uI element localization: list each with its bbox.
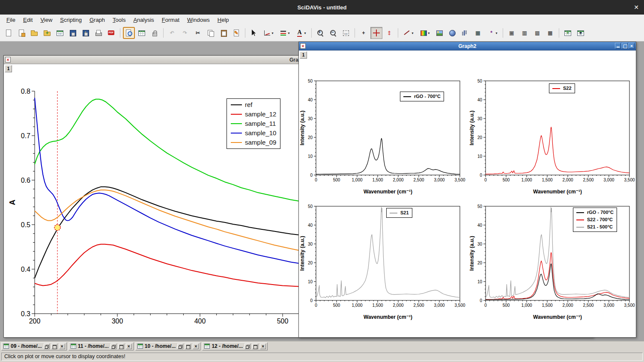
new-project-button[interactable] <box>3 27 15 39</box>
tab-close-button[interactable] <box>260 344 266 349</box>
lock-button[interactable] <box>149 27 161 39</box>
plot3d-button[interactable] <box>446 27 458 39</box>
raman-plot-rgo700[interactable]: 05001,0001,5002,0002,5003,0003,500010203… <box>299 68 466 196</box>
cut-button[interactable]: ✂ <box>192 27 204 39</box>
raman-chart-s21[interactable]: 05001,0001,5002,0002,5003,0003,500010203… <box>299 193 466 321</box>
rescale-button[interactable]: ↔ <box>340 27 352 39</box>
draw-line-dropdown[interactable]: ▾ <box>401 27 416 39</box>
glyph-overlay: ▥ <box>521 29 528 37</box>
raman-chart-s22[interactable]: 05001,0001,5002,0002,5003,0003,500010203… <box>468 68 635 196</box>
window-tab-1[interactable]: 11 - /home/... <box>69 342 134 350</box>
paste-button[interactable] <box>218 27 230 39</box>
graph2-window[interactable]: Graph2 1 05001,0001,5002,0002,5003,0003,… <box>298 42 636 338</box>
tab-restore-button[interactable] <box>110 344 116 349</box>
zoom-out-button[interactable]: − <box>327 27 339 39</box>
menu-scripting[interactable]: Scripting <box>56 16 86 24</box>
tab-close-button[interactable] <box>126 344 132 349</box>
fit-tool-button[interactable]: ▣ <box>506 27 518 39</box>
svg-text:2,000: 2,000 <box>393 303 403 308</box>
series-S21 <box>316 207 460 298</box>
tab-close-button[interactable] <box>193 344 199 349</box>
histogram-button[interactable] <box>459 27 471 39</box>
tab-restore-button[interactable] <box>244 344 250 349</box>
plugin-button[interactable]: ▥ <box>519 27 531 39</box>
menu-view[interactable]: View <box>36 16 56 24</box>
graph2-layer-button[interactable]: 1 <box>300 51 307 59</box>
style-wand-dropdown[interactable]: *▾ <box>485 27 500 39</box>
svg-text:1,000: 1,000 <box>352 303 362 308</box>
tab-maximize-button[interactable] <box>252 344 258 349</box>
tab-maximize-button[interactable] <box>51 344 57 349</box>
raman-plot-s21[interactable]: 05001,0001,5002,0002,5003,0003,500010203… <box>299 193 466 321</box>
app-close-button[interactable]: ✕ <box>634 4 639 11</box>
menu-format[interactable]: Format <box>158 16 183 24</box>
window-tab-2[interactable]: 10 - /home/... <box>135 342 201 350</box>
copy-button[interactable] <box>205 27 217 39</box>
redo-button[interactable]: ↷ <box>179 27 191 39</box>
tab-restore-button[interactable] <box>44 344 50 349</box>
toolbar-separator <box>311 28 312 38</box>
close-window-button[interactable] <box>629 43 635 49</box>
tab-maximize-button[interactable] <box>185 344 191 349</box>
add-column-button[interactable]: + <box>562 27 574 39</box>
legend-label: ref <box>245 101 253 109</box>
svg-text:50: 50 <box>308 204 313 209</box>
svg-text:0.6: 0.6 <box>21 177 30 184</box>
menu-graph[interactable]: Graph <box>86 16 109 24</box>
select-range-button[interactable]: ‡ <box>383 27 395 39</box>
layout-button[interactable]: ▦ <box>472 27 484 39</box>
new-table-button[interactable] <box>136 27 148 39</box>
curve-placement-dropdown[interactable]: ▾ <box>261 27 276 39</box>
legend-entry: S22 <box>552 85 572 92</box>
preferences-button[interactable]: ▩ <box>544 27 556 39</box>
tab-restore-button[interactable] <box>177 344 183 349</box>
legend-label: rGO - 700°C <box>587 209 614 216</box>
dropdown-arrow-icon: ▾ <box>495 31 497 35</box>
legend-entry: sample_10 <box>231 129 276 137</box>
save-template-button[interactable]: + <box>80 27 92 39</box>
new-note-button[interactable] <box>15 27 27 39</box>
color-map-dropdown[interactable]: ▾ <box>417 27 432 39</box>
import-ascii-button[interactable]: → <box>54 27 66 39</box>
graph2-titlebar[interactable]: Graph2 <box>299 42 636 50</box>
pointer-button[interactable] <box>248 27 260 39</box>
zoom-in-button[interactable]: + <box>314 27 326 39</box>
menu-help[interactable]: Help <box>214 16 233 24</box>
series-S22 <box>486 127 629 174</box>
console-button[interactable]: ▨ <box>531 27 543 39</box>
raman-chart-rgo700[interactable]: 05001,0001,5002,0002,5003,0003,500010203… <box>299 68 466 196</box>
glyph-overlay: ↶ <box>168 29 176 37</box>
edit-script-button[interactable]: ✎ <box>230 27 242 39</box>
menu-windows[interactable]: Windows <box>183 16 214 24</box>
menu-edit[interactable]: Edit <box>19 16 36 24</box>
print-button[interactable] <box>92 27 104 39</box>
menu-file[interactable]: File <box>3 16 19 24</box>
move-points-button[interactable]: + <box>358 27 370 39</box>
add-text-dropdown[interactable]: ▾ <box>293 27 309 39</box>
graph1-layer-button[interactable]: 1 <box>5 65 12 72</box>
svg-text:1,000: 1,000 <box>521 303 532 308</box>
add-image-button[interactable] <box>433 27 445 39</box>
save-project-button[interactable] <box>67 27 79 39</box>
app-titlebar[interactable]: SciDAVis - untitled ✕ <box>0 0 644 15</box>
undo-button[interactable]: ↶ <box>166 27 178 39</box>
export-pdf-button[interactable] <box>105 27 117 39</box>
maximize-window-button[interactable] <box>622 43 628 49</box>
window-tab-0[interactable]: 09 - /home/... <box>1 342 67 350</box>
tab-maximize-button[interactable] <box>118 344 124 349</box>
window-tab-3[interactable]: 12 - /home/... <box>202 342 268 350</box>
tab-close-button[interactable] <box>59 344 65 349</box>
glyph-overlay: + <box>564 29 572 37</box>
legend-entry: sample_11 <box>231 119 276 128</box>
glyph-overlay: − <box>328 28 336 36</box>
menu-tools[interactable]: Tools <box>109 16 129 24</box>
table-options-button[interactable]: ▾ <box>575 27 587 39</box>
menu-analysis[interactable]: Analysis <box>129 16 158 24</box>
print-preview-button[interactable] <box>123 27 135 39</box>
raman-chart-overlay[interactable]: 05001,0001,5002,0002,5003,0003,500010203… <box>468 193 635 321</box>
minimize-window-button[interactable] <box>615 43 621 49</box>
data-reader-button[interactable] <box>370 27 382 39</box>
open-template-button[interactable]: + <box>41 27 53 39</box>
curve-style-dropdown[interactable]: ▾ <box>277 27 292 39</box>
open-project-button[interactable] <box>28 27 40 39</box>
